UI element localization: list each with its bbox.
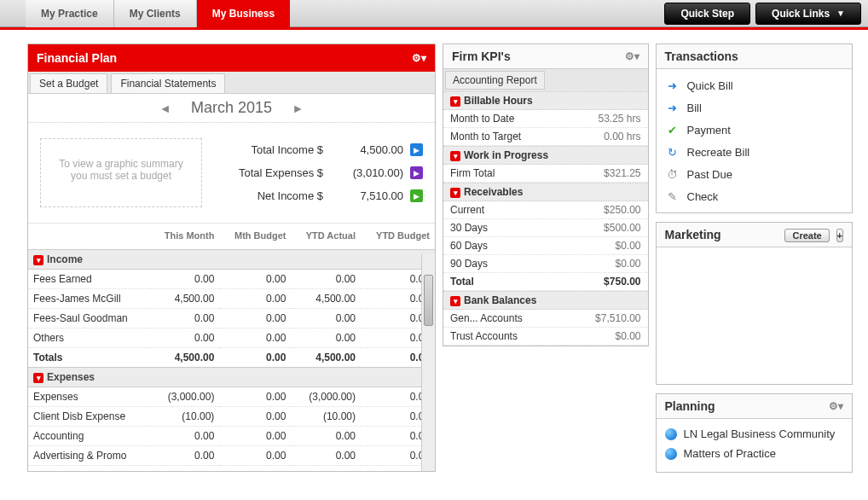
month-navigator: ◄ March 2015 ► — [28, 94, 435, 123]
ledger-cell: 0.00 — [291, 328, 361, 348]
ledger-cell: 4,500.00 — [291, 289, 361, 309]
ledger-cell: (10.00) — [291, 407, 361, 427]
ledger-row: Client Disb Expense(10.00)0.00(10.00)0.0… — [28, 407, 435, 427]
transaction-icon: ✎ — [665, 189, 680, 203]
ledger-cell: 0.00 — [291, 270, 361, 289]
expenses-detail-icon[interactable]: ▶ — [410, 166, 423, 179]
gear-icon[interactable]: ⚙▾ — [412, 52, 426, 64]
kpi-row: 90 Days$0.00 — [443, 255, 648, 273]
kpi-section-header[interactable]: ▾Bank Balances — [443, 291, 648, 310]
kpi-row: Trust Accounts$0.00 — [443, 328, 648, 346]
panel-title: Financial Plan — [37, 51, 117, 65]
marketing-panel: Marketing Create + — [656, 222, 854, 385]
next-month-button[interactable]: ► — [275, 102, 321, 115]
ledger-row: Fees-James McGill4,500.000.004,500.000.0… — [28, 289, 435, 309]
nav-tab-my-business[interactable]: My Business — [197, 0, 290, 27]
marketing-header: Marketing Create + — [657, 223, 853, 247]
kpi-row-value: $0.00 — [615, 240, 640, 252]
collapse-icon[interactable]: ▾ — [450, 96, 460, 107]
ledger-row-label: Client Disb Expense — [28, 407, 149, 427]
collapse-icon[interactable]: ▾ — [450, 296, 460, 306]
ledger-cell: 0.00 — [219, 446, 291, 466]
ledger-row-label: Expenses — [28, 387, 149, 407]
net-detail-icon[interactable]: ▶ — [410, 189, 423, 202]
total-income-value: 4,500.00 — [332, 143, 408, 156]
transaction-item[interactable]: ⏱Past Due — [660, 163, 849, 185]
transaction-label: Check — [687, 190, 719, 203]
kpi-row: Month to Target0.00 hrs — [443, 128, 648, 146]
kpi-section-header[interactable]: ▾Receivables — [443, 183, 648, 201]
transactions-panel: Transactions ➜Quick Bill➜Bill✔Payment↻Re… — [656, 44, 854, 213]
panel-title: Planning — [665, 399, 715, 413]
period-label: March 2015 — [191, 99, 272, 116]
transaction-item[interactable]: ➜Quick Bill — [660, 74, 849, 96]
transaction-icon: ↻ — [665, 145, 680, 159]
kpi-section-header[interactable]: ▾Work in Progress — [443, 146, 648, 165]
planning-header: Planning ⚙▾ — [657, 394, 853, 419]
kpi-section-header[interactable]: ▾Billable Hours — [443, 91, 648, 110]
transaction-item[interactable]: ↻Recreate Bill — [660, 141, 849, 163]
transaction-label: Past Due — [687, 168, 732, 181]
kpi-row: 30 Days$500.00 — [443, 219, 648, 237]
transaction-item[interactable]: ✎Check — [660, 185, 849, 207]
scrollbar-thumb[interactable] — [424, 275, 433, 326]
ledger-cell: (10.00) — [149, 407, 219, 427]
ledger-row-label: Others — [28, 328, 149, 348]
nav-tab-my-practice[interactable]: My Practice — [26, 0, 114, 27]
kpi-row-label: Firm Total — [450, 167, 495, 179]
ledger-section-header[interactable]: ▾Income — [28, 250, 435, 270]
ledger-cell: 0.00 — [219, 466, 291, 472]
transaction-item[interactable]: ➜Bill — [660, 96, 849, 119]
gear-icon[interactable]: ⚙▾ — [625, 50, 639, 62]
transaction-label: Recreate Bill — [687, 146, 750, 159]
ledger-cell: 0.00 — [219, 407, 291, 427]
scrollbar[interactable] — [421, 254, 435, 471]
collapse-icon[interactable]: ▾ — [450, 188, 460, 198]
planning-item[interactable]: Matters of Practice — [658, 444, 851, 463]
net-income-label: Net Income $ — [258, 189, 332, 202]
graphic-placeholder: To view a graphic summary you must set a… — [40, 138, 202, 207]
marketing-add-button[interactable]: + — [836, 229, 843, 242]
collapse-icon[interactable]: ▾ — [33, 373, 43, 383]
kpi-subtab-accounting[interactable]: Accounting Report — [445, 71, 545, 90]
kpi-row-value: $500.00 — [604, 222, 640, 234]
ledger-table-wrap: This MonthMth BudgetYTD ActualYTD Budget… — [28, 224, 435, 471]
transaction-label: Quick Bill — [687, 79, 733, 92]
kpi-row-label: Gen... Accounts — [450, 312, 523, 324]
ledger-section-header[interactable]: ▾Expenses — [28, 368, 435, 387]
marketing-create-button[interactable]: Create — [784, 229, 829, 242]
kpi-header: Firm KPI's ⚙▾ — [443, 44, 648, 69]
income-detail-icon[interactable]: ▶ — [410, 143, 423, 156]
collapse-icon[interactable]: ▾ — [33, 255, 43, 265]
collapse-icon[interactable]: ▾ — [450, 151, 460, 161]
quick-links-dropdown[interactable]: Quick Links▼ — [755, 3, 861, 25]
ledger-cell: 0.00 — [149, 328, 219, 348]
nav-tab-my-clients[interactable]: My Clients — [114, 0, 197, 27]
kpi-row-value: $250.00 — [604, 204, 640, 216]
ledger-col-header: This Month — [149, 224, 219, 250]
kpi-row: 60 Days$0.00 — [443, 237, 648, 255]
planning-item[interactable]: LN Legal Business Community — [658, 424, 851, 444]
kpi-row: Month to Date53.25 hrs — [443, 110, 648, 128]
globe-icon — [665, 448, 677, 460]
transaction-icon: ⏱ — [665, 167, 680, 181]
ledger-row-label: Fees Earned — [28, 270, 149, 289]
kpi-row-label: Month to Date — [450, 113, 514, 125]
panel-title: Firm KPI's — [452, 49, 511, 63]
subtab-set-budget[interactable]: Set a Budget — [30, 73, 107, 93]
chevron-down-icon: ▼ — [836, 3, 845, 25]
kpi-row-value: $0.00 — [615, 330, 640, 342]
gear-icon[interactable]: ⚙▾ — [829, 400, 843, 412]
ledger-cell: 0.00 — [219, 289, 291, 309]
ledger-row: Expenses(3,000.00)0.00(3,000.00)0.00 — [28, 387, 435, 407]
ledger-cell: 0.00 — [219, 309, 291, 328]
ledger-row: Fees Earned0.000.000.000.00 — [28, 270, 435, 289]
panel-title: Marketing — [665, 228, 721, 241]
quick-step-button[interactable]: Quick Step — [664, 3, 750, 25]
subtab-financial-statements[interactable]: Financial Statements — [111, 73, 225, 93]
total-income-label: Total Income $ — [251, 143, 332, 156]
ledger-row-label: Agents — [28, 466, 149, 472]
ledger-cell: 0.00 — [219, 348, 291, 368]
transaction-item[interactable]: ✔Payment — [660, 119, 849, 141]
prev-month-button[interactable]: ◄ — [142, 102, 188, 115]
